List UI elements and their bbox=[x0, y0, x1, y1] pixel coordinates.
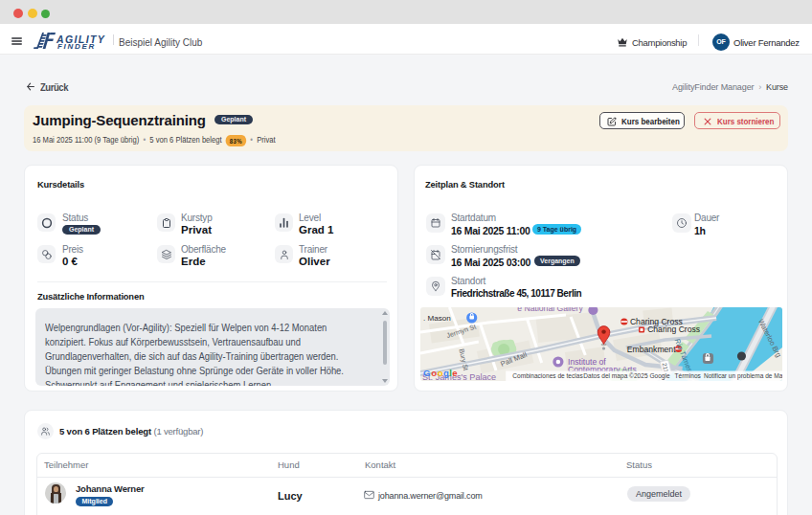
svg-text:e National Gallery: e National Gallery bbox=[517, 307, 583, 312]
svg-text:o: o bbox=[431, 368, 437, 378]
svg-text:Términos: Términos bbox=[675, 372, 702, 379]
svg-text:g: g bbox=[443, 368, 449, 378]
svg-text:o: o bbox=[438, 368, 443, 378]
svg-text:Datos del mapa ©2025 Google: Datos del mapa ©2025 Google bbox=[583, 372, 670, 380]
svg-text:. Mason: . Mason bbox=[423, 314, 451, 323]
svg-text:l: l bbox=[449, 368, 451, 378]
svg-text:Combinaciones de teclas: Combinaciones de teclas bbox=[512, 372, 583, 379]
svg-text:G: G bbox=[423, 368, 430, 378]
svg-text:Notificar un problema de Mapa: Notificar un problema de Mapa bbox=[704, 372, 782, 380]
svg-text:Embankment: Embankment bbox=[627, 345, 676, 354]
svg-text:e: e bbox=[452, 368, 457, 378]
svg-text:Charing Cross: Charing Cross bbox=[647, 325, 700, 335]
